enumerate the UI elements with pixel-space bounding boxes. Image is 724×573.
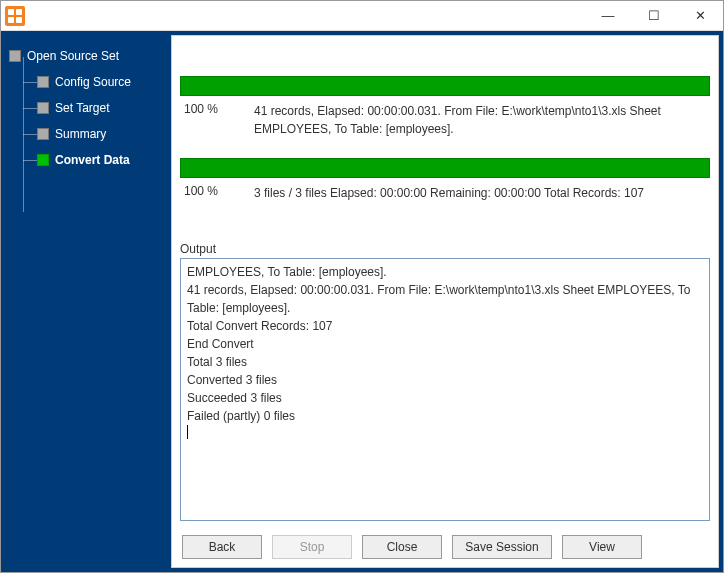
sidebar-item-label: Summary bbox=[55, 127, 106, 141]
app-window: — ☐ ✕ Open Source Set Config Source Set … bbox=[0, 0, 724, 573]
tree-node-icon bbox=[37, 128, 49, 140]
save-session-button[interactable]: Save Session bbox=[452, 535, 552, 559]
sidebar-item-convert-data[interactable]: Convert Data bbox=[9, 147, 171, 173]
maximize-button[interactable]: ☐ bbox=[631, 1, 677, 30]
sidebar-item-config-source[interactable]: Config Source bbox=[9, 69, 171, 95]
sidebar-item-summary[interactable]: Summary bbox=[9, 121, 171, 147]
main-panel: 100 % 41 records, Elapsed: 00:00:00.031.… bbox=[171, 35, 719, 568]
tree-node-icon bbox=[37, 76, 49, 88]
total-progress-text: 3 files / 3 files Elapsed: 00:00:00 Rema… bbox=[254, 184, 710, 202]
minimize-button[interactable]: — bbox=[585, 1, 631, 30]
sidebar-item-label: Config Source bbox=[55, 75, 131, 89]
text-cursor bbox=[187, 425, 188, 439]
close-button[interactable]: Close bbox=[362, 535, 442, 559]
total-progress-row: 100 % 3 files / 3 files Elapsed: 00:00:0… bbox=[180, 184, 710, 202]
total-progress-bar bbox=[180, 158, 710, 178]
tree-node-icon bbox=[37, 102, 49, 114]
output-textarea[interactable]: EMPLOYEES, To Table: [employees]. 41 rec… bbox=[180, 258, 710, 521]
sidebar-item-set-target[interactable]: Set Target bbox=[9, 95, 171, 121]
sidebar-item-label: Convert Data bbox=[55, 153, 130, 167]
tree-node-icon bbox=[37, 154, 49, 166]
tree-root[interactable]: Open Source Set bbox=[9, 43, 171, 69]
output-section: Output EMPLOYEES, To Table: [employees].… bbox=[172, 212, 718, 527]
tree-root-label: Open Source Set bbox=[27, 49, 119, 63]
wizard-sidebar: Open Source Set Config Source Set Target… bbox=[1, 31, 171, 572]
app-icon bbox=[5, 6, 25, 26]
output-text: EMPLOYEES, To Table: [employees]. 41 rec… bbox=[187, 265, 690, 423]
total-progress-percent: 100 % bbox=[180, 184, 254, 202]
close-window-button[interactable]: ✕ bbox=[677, 1, 723, 30]
file-progress-row: 100 % 41 records, Elapsed: 00:00:00.031.… bbox=[180, 102, 710, 138]
file-progress-text: 41 records, Elapsed: 00:00:00.031. From … bbox=[254, 102, 710, 138]
tree-node-icon bbox=[9, 50, 21, 62]
stop-button: Stop bbox=[272, 535, 352, 559]
titlebar-left bbox=[1, 6, 31, 26]
file-progress-percent: 100 % bbox=[180, 102, 254, 138]
back-button[interactable]: Back bbox=[182, 535, 262, 559]
total-progress-section: 100 % 3 files / 3 files Elapsed: 00:00:0… bbox=[172, 148, 718, 212]
sidebar-item-label: Set Target bbox=[55, 101, 109, 115]
titlebar[interactable]: — ☐ ✕ bbox=[1, 1, 723, 31]
file-progress-bar bbox=[180, 76, 710, 96]
file-progress-section: 100 % 41 records, Elapsed: 00:00:00.031.… bbox=[172, 36, 718, 148]
window-controls: — ☐ ✕ bbox=[585, 1, 723, 30]
button-bar: Back Stop Close Save Session View bbox=[172, 527, 718, 567]
body: Open Source Set Config Source Set Target… bbox=[1, 31, 723, 572]
view-button[interactable]: View bbox=[562, 535, 642, 559]
output-label: Output bbox=[180, 242, 710, 256]
